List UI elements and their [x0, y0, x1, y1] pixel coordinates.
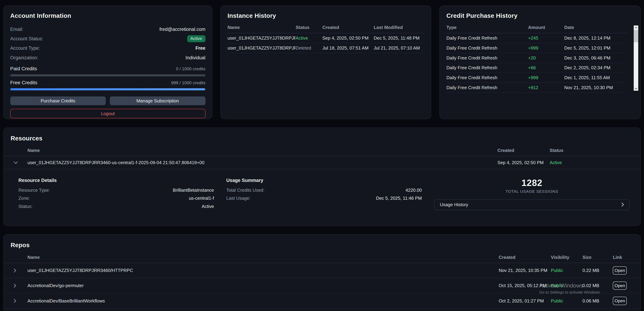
account-fields: Email: fred@accretional.com Account Stat… [10, 25, 206, 63]
usage-summary-panel: Usage Summary Total Credits Used:4220.00… [226, 178, 422, 212]
repo-size: 0.06 MB [582, 298, 613, 303]
open-repo-button[interactable]: Open [613, 266, 627, 274]
total-usage-sessions-count: 1282 [434, 178, 630, 188]
credit-row[interactable]: Daily Free Credit Refresh +66 Dec 2, 202… [446, 63, 627, 73]
credit-row[interactable]: Daily Free Credit Refresh +999 Dec 5, 20… [446, 43, 627, 53]
instance-history-card: Instance History Name Status Created Las… [220, 6, 431, 119]
instance-history-table: Name Status Created Last Modified user_0… [228, 25, 424, 53]
column-header-date: Date [564, 25, 627, 30]
resource-details-panel: Resource Details Resource Type:Brilliant… [18, 178, 214, 212]
free-credits-progressbar [10, 88, 206, 90]
instance-row[interactable]: user_01JHGETAZZ5YJJT8DRPJRR3... Active S… [228, 33, 424, 43]
column-header-name: Name [28, 255, 499, 260]
usage-history-button[interactable]: Usage History [434, 199, 630, 210]
column-header-status: Status [550, 148, 632, 153]
credit-date: Dec 8, 2025, 12:14 PM [564, 36, 627, 41]
account-information-title: Account Information [10, 12, 206, 19]
instance-row[interactable]: user_01JHGETAZZ5YJJT8DRPJRR3... Deleted … [228, 43, 424, 53]
repo-visibility: Public [551, 298, 582, 303]
credit-row[interactable]: Daily Free Credit Refresh +245 Dec 8, 20… [446, 33, 627, 43]
credit-type: Daily Free Credit Refresh [446, 75, 528, 80]
logout-button[interactable]: Logout [10, 109, 206, 118]
account-type-row: Account Type: Free [10, 44, 206, 53]
resources-card: Resources Name Created Status user_01JHG… [3, 128, 641, 226]
total-credits-used-value: 4220.00 [406, 188, 422, 193]
free-credits-progress-fill [10, 88, 205, 90]
credit-amount: +20 [528, 56, 564, 61]
credit-purchase-history-title: Credit Purchase History [446, 12, 634, 19]
column-header-link: Link [613, 255, 632, 260]
open-repo-button[interactable]: Open [613, 281, 627, 290]
resource-status: Active [550, 160, 632, 165]
repo-name: AccretionalDev/go-permuter [28, 283, 499, 288]
column-header-name: Name [228, 25, 296, 30]
resource-expanded-details: Resource Details Resource Type:Brilliant… [4, 169, 640, 212]
scrollbar-thumb[interactable] [634, 30, 638, 42]
resources-header: Name Created Status [4, 142, 640, 156]
credit-row[interactable]: Daily Free Credit Refresh +912 Nov 21, 2… [446, 83, 627, 93]
top-cards-row: Account Information Email: fred@accretio… [0, 0, 644, 119]
instance-name: user_01JHGETAZZ5YJJT8DRPJRR3... [228, 46, 296, 51]
resource-created: Sep 4, 2025, 02:50 PM [498, 160, 550, 165]
free-credits-block: Free Credits 999 / 1000 credits [10, 80, 206, 90]
credit-history-header: Type Amount Date [446, 25, 627, 33]
account-type-value: Free [196, 45, 205, 51]
chevron-down-icon[interactable] [14, 161, 27, 164]
paid-credits-label: Paid Credits [10, 66, 37, 72]
credit-row[interactable]: Daily Free Credit Refresh +20 Dec 3, 202… [446, 53, 627, 63]
paid-credits-count: 0 / 1000 credits [176, 67, 205, 71]
credit-type: Daily Free Credit Refresh [446, 56, 528, 61]
scrollbar-down-arrow-icon[interactable] [634, 86, 638, 91]
repo-created: Nov 21, 2025, 10:35 PM [499, 268, 551, 273]
instance-status: Deleted [296, 46, 322, 51]
repo-visibility: Public [551, 283, 582, 288]
resource-type-label: Resource Type: [18, 188, 50, 193]
column-header-last-modified: Last Modified [374, 25, 424, 30]
instance-modified: Dec 5, 2025, 11:48 PM [374, 36, 424, 41]
column-header-created: Created [499, 255, 551, 260]
credit-type: Daily Free Credit Refresh [446, 36, 528, 41]
column-header-created: Created [498, 148, 550, 153]
credit-date: Dec 5, 2025, 12:01 PM [564, 46, 627, 51]
account-status-row: Account Status: Active [10, 34, 206, 44]
email-row: Email: fred@accretional.com [10, 25, 206, 34]
open-repo-button[interactable]: Open [613, 297, 627, 305]
usage-sessions-panel: 1282 TOTAL USAGE SESSIONS Usage History [434, 178, 630, 212]
purchase-credits-button[interactable]: Purchase Credits [10, 97, 106, 105]
usage-history-label: Usage History [440, 202, 468, 207]
column-header-amount: Amount [528, 25, 564, 30]
scrollbar-up-arrow-icon[interactable] [634, 26, 638, 30]
chevron-right-icon[interactable] [14, 299, 27, 303]
repo-row[interactable]: AccretionalDev/BaseBrilliantWorkflows Oc… [4, 293, 640, 308]
chevron-right-icon[interactable] [14, 283, 27, 288]
column-header-type: Type [446, 25, 528, 30]
credit-amount: +912 [528, 85, 564, 90]
repo-name: AccretionalDev/BaseBrilliantWorkflows [28, 298, 499, 303]
repo-size: 0.02 MB [582, 283, 613, 288]
resources-title: Resources [4, 128, 640, 142]
resource-row[interactable]: user_01JHGETAZZ5YJJT8DRPJRR3460-us-centr… [4, 156, 640, 169]
column-header-status: Status [296, 25, 322, 30]
account-type-label: Account Type: [10, 45, 40, 51]
resource-type-value: BrilliantBetaInstance [173, 188, 214, 193]
repo-row[interactable]: user_01JHGETAZZ5YJJT8DRPJRR3460/HTTPRPC … [4, 263, 640, 278]
last-usage-label: Last Usage: [226, 196, 250, 201]
instance-created: Sep 4, 2025, 02:50 PM [322, 36, 374, 41]
usage-summary-title: Usage Summary [226, 178, 422, 183]
repo-row[interactable]: AccretionalDev/go-permuter Oct 15, 2025,… [4, 278, 640, 293]
vertical-scrollbar[interactable] [634, 26, 638, 91]
repos-header: Name Created Visibility Size Link [4, 248, 640, 263]
credit-amount: +999 [528, 75, 564, 80]
repo-created: Oct 15, 2025, 05:12 PM [499, 283, 551, 288]
credit-row[interactable]: Daily Free Credit Refresh +999 Dec 1, 20… [446, 73, 627, 83]
credit-type: Daily Free Credit Refresh [446, 46, 528, 51]
organization-value: Individual [186, 55, 205, 61]
zone-label: Zone: [18, 196, 30, 201]
chevron-right-icon[interactable] [14, 268, 27, 273]
repos-title: Repos [4, 235, 640, 248]
manage-subscription-button[interactable]: Manage Subscription [110, 97, 205, 105]
email-value: fred@accretional.com [160, 27, 206, 32]
repo-visibility: Public [551, 268, 582, 273]
paid-credits-progressbar [10, 74, 206, 76]
zone-value: us-central1-f [189, 196, 214, 201]
